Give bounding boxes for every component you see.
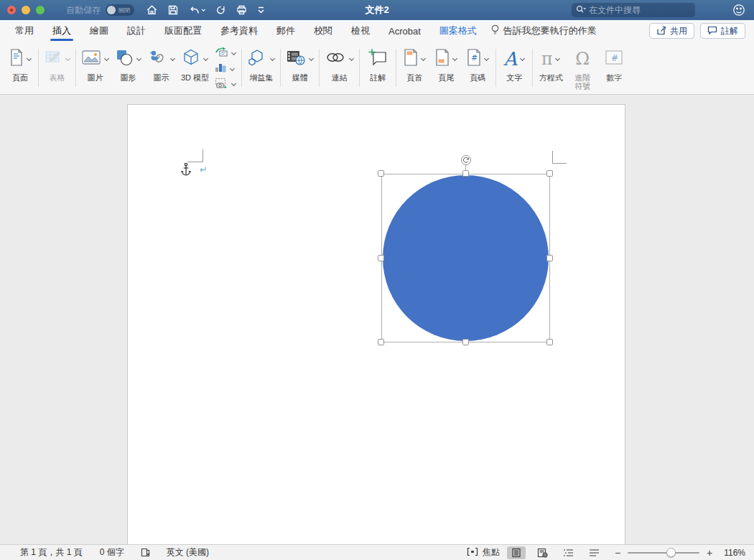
equation-button[interactable]: π 方程式 [535,43,567,94]
comment-bubble-icon [707,25,717,37]
icons-button[interactable]: 圖示 [144,43,178,94]
svg-text:#: # [471,53,478,62]
focus-icon [467,547,478,559]
autosave-control[interactable]: 自動儲存 關閉 [66,4,134,17]
zoom-level[interactable]: 116% [718,548,745,558]
zoom-in-button[interactable]: + [705,547,714,559]
table-icon [44,48,62,70]
search-input[interactable] [589,5,668,15]
zoom-out-button[interactable]: − [613,547,622,559]
links-button[interactable]: 連結 [322,43,357,94]
pictures-button[interactable]: 圖片 [78,43,112,94]
advanced-symbol-button[interactable]: Ω 進階符號 [567,43,598,94]
text-a-icon: A [503,50,517,68]
rotation-handle[interactable] [461,155,471,165]
save-icon[interactable] [167,4,179,16]
draft-view-button[interactable] [585,546,603,559]
zoom-slider[interactable] [628,548,699,558]
share-icon [656,25,666,37]
chevron-down-icon [308,56,314,62]
page-indicator[interactable]: 第 1 頁，共 1 頁 [20,546,83,559]
resize-handle-bottom-left[interactable] [378,339,384,345]
tab-home[interactable]: 常用 [6,20,43,42]
search-box[interactable] [572,3,695,17]
screenshot-icon [215,78,228,91]
smartart-button[interactable] [213,46,238,60]
3d-models-button[interactable]: 3D 模型 [178,43,212,94]
tab-view[interactable]: 檢視 [342,20,379,42]
tab-review[interactable]: 校閱 [304,20,342,42]
smartart-icon [215,47,228,60]
chevron-down-icon [519,56,525,62]
tab-acrobat[interactable]: Acrobat [379,20,430,42]
tab-shape-format[interactable]: 圖案格式 [430,20,486,42]
home-icon[interactable] [146,4,158,16]
close-window-button[interactable] [7,6,16,14]
chart-button[interactable] [213,62,238,76]
footer-button[interactable]: 頁尾 [430,43,462,94]
focus-mode-button[interactable]: 焦點 [467,546,500,559]
zoom-slider-thumb[interactable] [666,548,676,557]
page-number-button[interactable]: # 頁碼 [462,43,493,94]
shapes-button[interactable]: 圖形 [112,43,144,94]
tab-mailings[interactable]: 郵件 [267,20,304,42]
word-count[interactable]: 0 個字 [100,546,124,559]
illustrations-mini-group [212,43,239,94]
resize-handle-bottom-right[interactable] [546,339,553,345]
outline-view-button[interactable] [559,546,577,559]
chevron-down-icon [555,56,561,62]
group-separator [280,49,281,87]
tab-design[interactable]: 設計 [118,20,155,42]
group-separator [319,49,320,87]
resize-handle-top-left[interactable] [378,170,384,177]
resize-handle-top-right[interactable] [546,170,553,177]
tab-layout[interactable]: 版面配置 [155,20,211,42]
screenshot-button[interactable] [213,77,238,91]
media-icon [286,48,306,70]
tab-draw[interactable]: 繪圖 [80,20,118,42]
footer-icon [434,48,450,70]
feedback-smiley-icon[interactable] [732,4,745,19]
resize-handle-bottom-middle[interactable] [462,339,469,345]
print-icon[interactable] [236,4,248,16]
number-icon: # [605,50,623,68]
document-page[interactable]: ↵ [127,104,625,544]
link-icon [325,50,346,68]
resize-handle-middle-right[interactable] [546,255,553,261]
undo-button[interactable] [188,4,205,16]
minimize-window-button[interactable] [22,6,30,14]
tell-me-control[interactable]: 告訴我您要執行的作業 [490,24,597,38]
search-icon [576,4,586,17]
resize-handle-top-middle[interactable] [462,170,469,177]
focus-label: 焦點 [483,546,500,559]
toolbar-overflow-icon[interactable] [257,6,265,14]
new-comment-button[interactable]: 註解 [362,43,394,94]
proofing-status-icon[interactable] [140,547,151,558]
web-layout-view-button[interactable] [533,546,551,559]
chevron-down-icon [452,56,458,62]
redo-button[interactable] [215,4,226,16]
header-button[interactable]: 頁首 [399,43,430,94]
comments-button[interactable]: 註解 [700,23,745,39]
zoom-slider-track[interactable] [628,552,699,554]
print-layout-view-button[interactable] [507,546,526,559]
tab-references[interactable]: 參考資料 [211,20,267,42]
margin-corner-mark-left [187,149,203,162]
chevron-down-icon [65,56,70,62]
3d-cube-icon [182,48,200,70]
zoom-window-button[interactable] [36,6,45,14]
share-button[interactable]: 共用 [649,23,694,39]
tab-insert[interactable]: 插入 [43,20,80,42]
document-canvas[interactable]: ↵ [0,95,754,544]
resize-handle-middle-left[interactable] [378,255,384,261]
pages-button[interactable]: 頁面 [4,43,36,94]
media-button[interactable]: 媒體 [283,43,317,94]
number-button[interactable]: # 數字 [598,43,630,94]
pictures-icon [81,49,101,69]
text-button[interactable]: A 文字 [498,43,530,94]
chevron-down-icon [231,50,236,56]
autosave-toggle[interactable]: 關閉 [106,4,134,16]
language-indicator[interactable]: 英文 (美國) [167,546,209,559]
page-number-icon: # [466,48,482,70]
add-ins-button[interactable]: 增益集 [244,43,278,94]
